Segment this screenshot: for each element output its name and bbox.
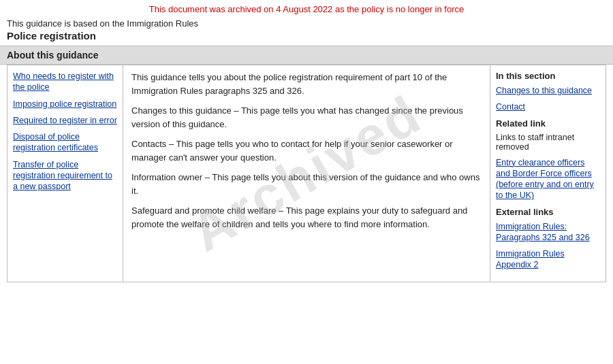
right-section: In this section Changes to this guidance… xyxy=(490,65,606,282)
right-link-changes[interactable]: Changes to this guidance xyxy=(496,85,600,96)
based-on-text: This guidance is based on the Immigratio… xyxy=(0,17,613,29)
para-4: Information owner – This page tells you … xyxy=(131,171,482,197)
nav-link-required-error[interactable]: Required to register in error xyxy=(13,115,117,126)
page-title: Police registration xyxy=(0,29,613,46)
para-5: Safeguard and promote child welfare – Th… xyxy=(131,204,482,231)
main-layout: Who needs to register with the police Im… xyxy=(7,65,606,282)
para-3: Contacts – This page tells you who to co… xyxy=(131,137,482,164)
para-2: Changes to this guidance – This page tel… xyxy=(131,104,482,131)
in-this-section-title: In this section xyxy=(496,71,600,81)
nav-link-disposal[interactable]: Disposal of police registration certific… xyxy=(13,131,117,154)
related-link-title: Related link xyxy=(496,118,600,129)
nav-link-transfer[interactable]: Transfer of police registration requirem… xyxy=(13,159,117,193)
archived-banner: This document was archived on 4 August 2… xyxy=(0,0,613,17)
right-link-border-force[interactable]: Entry clearance officers and Border Forc… xyxy=(496,157,600,201)
left-nav: Who needs to register with the police Im… xyxy=(7,65,123,282)
right-link-ext-rules[interactable]: Immigration Rules: Paragraphs 325 and 32… xyxy=(496,221,600,244)
right-link-contact[interactable]: Contact xyxy=(496,101,600,112)
right-link-ext-appendix[interactable]: Immigration Rules Appendix 2 xyxy=(496,248,600,271)
nav-link-imposing[interactable]: Imposing police registration xyxy=(13,99,117,110)
center-content: Archived This guidance tells you about t… xyxy=(123,65,490,282)
para-1: This guidance tells you about the police… xyxy=(131,71,482,97)
guidance-section-header: About this guidance xyxy=(0,46,613,65)
nav-link-who-needs[interactable]: Who needs to register with the police xyxy=(13,71,117,93)
external-links-title: External links xyxy=(496,207,600,217)
staff-intranet-text: Links to staff intranet removed xyxy=(496,133,600,152)
